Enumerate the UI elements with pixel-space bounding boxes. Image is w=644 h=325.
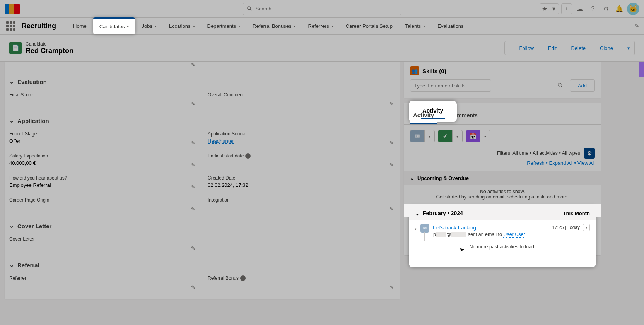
pencil-icon[interactable]: ✎ bbox=[389, 140, 394, 146]
new-event-button[interactable]: 📅▾ bbox=[466, 130, 490, 142]
record-type-icon: 📄 bbox=[9, 42, 22, 54]
task-icon: ✔ bbox=[438, 130, 452, 142]
section-referral: ⌄Referral Referrer✎ Referral Bonusi✎ bbox=[9, 255, 395, 294]
svg-line-3 bbox=[561, 86, 562, 87]
chevron-down-icon[interactable]: ▾ bbox=[127, 24, 129, 29]
chevron-down-icon[interactable]: ▾ bbox=[452, 130, 462, 142]
field-final-score: Final Score ✎ bbox=[9, 89, 197, 111]
chevron-down-icon[interactable]: ▾ bbox=[294, 24, 296, 28]
svg-line-1 bbox=[250, 9, 251, 10]
activity-filters-text: Filters: All time • All activities • All… bbox=[497, 151, 580, 156]
delete-button[interactable]: Delete bbox=[564, 41, 593, 55]
edit-nav-icon[interactable]: ✎ bbox=[635, 23, 639, 29]
pencil-icon[interactable]: ✎ bbox=[191, 101, 195, 107]
chevron-down-icon[interactable]: ▾ bbox=[238, 24, 240, 28]
pencil-icon[interactable]: ✎ bbox=[191, 140, 195, 146]
global-header: ★ ▾ ＋ ☁ ? ⚙ 🔔 🐱 bbox=[0, 0, 644, 18]
app-nav: Recruiting Home Candidates▾ Jobs▾ Locati… bbox=[0, 18, 644, 35]
svg-point-2 bbox=[558, 83, 561, 86]
nav-tab-referral-bonuses[interactable]: Referral Bonuses▾ bbox=[246, 17, 302, 34]
record-name: Red Crampton bbox=[26, 47, 73, 55]
star-icon[interactable]: ★ bbox=[540, 4, 549, 14]
add-skill-button[interactable]: Add bbox=[570, 79, 595, 92]
nav-tab-talents[interactable]: Talents▾ bbox=[399, 17, 431, 34]
record-type-label: Candidate bbox=[26, 41, 73, 47]
edit-button[interactable]: Edit bbox=[541, 41, 564, 55]
utility-side-tab[interactable] bbox=[639, 62, 644, 77]
email-icon: ✉ bbox=[410, 130, 424, 142]
section-cover-letter: ⌄Cover Letter Cover Letter✎ bbox=[9, 216, 395, 255]
nav-tab-candidates[interactable]: Candidates▾ bbox=[93, 17, 136, 34]
field-overall-comment: Overall Comment ✎ bbox=[208, 89, 395, 111]
chevron-down-icon[interactable]: ▾ bbox=[331, 24, 333, 28]
follow-button[interactable]: ＋Follow bbox=[504, 41, 541, 55]
view-all-link[interactable]: View All bbox=[577, 160, 595, 166]
chevron-down-icon: ⌄ bbox=[410, 175, 414, 181]
favorites-split[interactable]: ★ ▾ bbox=[540, 3, 559, 14]
upcoming-section-header[interactable]: ⌄Upcoming & Overdue bbox=[404, 171, 601, 185]
app-logo bbox=[5, 4, 20, 14]
search-icon bbox=[557, 82, 563, 89]
trailhead-icon[interactable]: ☁ bbox=[574, 3, 585, 14]
chevron-down-icon[interactable]: ▾ bbox=[423, 24, 425, 28]
event-icon: 📅 bbox=[466, 130, 480, 142]
info-icon[interactable]: i bbox=[245, 153, 251, 159]
pencil-icon[interactable]: ✎ bbox=[191, 184, 195, 190]
nav-tab-career-portals[interactable]: Career Portals Setup bbox=[340, 17, 399, 34]
pencil-icon[interactable]: ✎ bbox=[191, 62, 195, 68]
avatar[interactable]: 🐱 bbox=[627, 3, 639, 15]
nav-tab-evaluations[interactable]: Evaluations bbox=[431, 17, 470, 34]
skills-panel: 👥Skills (0) Add bbox=[404, 62, 601, 98]
upcoming-empty-state: No activities to show. Get started by se… bbox=[404, 185, 601, 204]
chevron-down-icon[interactable]: ▾ bbox=[480, 130, 490, 142]
chevron-down-icon[interactable]: ▾ bbox=[193, 24, 195, 28]
pencil-icon[interactable]: ✎ bbox=[389, 284, 394, 290]
pencil-icon[interactable]: ✎ bbox=[389, 206, 394, 212]
app-name: Recruiting bbox=[22, 22, 56, 30]
notifications-icon[interactable]: 🔔 bbox=[614, 3, 625, 14]
chevron-down-icon[interactable]: ⌄ bbox=[9, 222, 14, 229]
chevron-down-icon[interactable]: ▾ bbox=[155, 24, 157, 28]
search-icon bbox=[247, 6, 252, 13]
chevron-down-icon[interactable]: ⌄ bbox=[9, 117, 14, 124]
pencil-icon[interactable]: ✎ bbox=[191, 245, 195, 251]
nav-tab-home[interactable]: Home bbox=[67, 17, 93, 34]
pencil-icon[interactable]: ✎ bbox=[191, 206, 195, 212]
svg-point-0 bbox=[247, 6, 250, 9]
more-actions-button[interactable]: ▾ bbox=[620, 41, 635, 55]
chevron-down-icon[interactable]: ▾ bbox=[549, 4, 559, 14]
pencil-icon[interactable]: ✎ bbox=[191, 162, 195, 168]
search-input[interactable] bbox=[243, 3, 401, 15]
nav-tab-referrers[interactable]: Referrers▾ bbox=[302, 17, 339, 34]
section-evaluation: ⌄Evaluation Final Score ✎ Overall Commen… bbox=[9, 72, 395, 111]
new-email-button[interactable]: ✉▾ bbox=[410, 130, 435, 142]
nav-tab-locations[interactable]: Locations▾ bbox=[163, 17, 201, 34]
global-add-button[interactable]: ＋ bbox=[561, 3, 572, 14]
new-task-button[interactable]: ✔▾ bbox=[438, 130, 463, 142]
pencil-icon[interactable]: ✎ bbox=[389, 162, 394, 168]
pencil-icon[interactable]: ✎ bbox=[389, 101, 394, 107]
detail-card: ✎ ⌄Evaluation Final Score ✎ Overall Comm… bbox=[5, 62, 400, 299]
record-header: 📄 Candidate Red Crampton ＋Follow Edit De… bbox=[0, 35, 644, 62]
chevron-down-icon[interactable]: ⌄ bbox=[9, 78, 14, 85]
skills-search-input[interactable] bbox=[410, 79, 491, 92]
app-launcher-icon[interactable] bbox=[5, 20, 17, 32]
expand-all-link[interactable]: Expand All bbox=[549, 160, 572, 166]
refresh-link[interactable]: Refresh bbox=[527, 160, 545, 166]
help-icon[interactable]: ? bbox=[588, 3, 598, 14]
chevron-down-icon[interactable]: ⌄ bbox=[9, 262, 14, 269]
skills-title: Skills (0) bbox=[422, 68, 446, 74]
nav-tab-jobs[interactable]: Jobs▾ bbox=[135, 17, 162, 34]
chevron-down-icon[interactable]: ▾ bbox=[424, 130, 434, 142]
section-application: ⌄Application Funnel StageOffer✎ Applicat… bbox=[9, 111, 395, 216]
application-source-link[interactable]: Headhunter bbox=[208, 138, 395, 144]
pencil-icon[interactable]: ✎ bbox=[191, 284, 195, 290]
nav-tab-departments[interactable]: Departments▾ bbox=[201, 17, 246, 34]
setup-gear-icon[interactable]: ⚙ bbox=[601, 3, 612, 14]
info-icon[interactable]: i bbox=[240, 275, 246, 281]
filter-settings-button[interactable]: ⚙ bbox=[584, 148, 595, 159]
skills-icon: 👥 bbox=[410, 66, 419, 75]
clone-button[interactable]: Clone bbox=[593, 41, 620, 55]
global-search bbox=[243, 3, 401, 15]
